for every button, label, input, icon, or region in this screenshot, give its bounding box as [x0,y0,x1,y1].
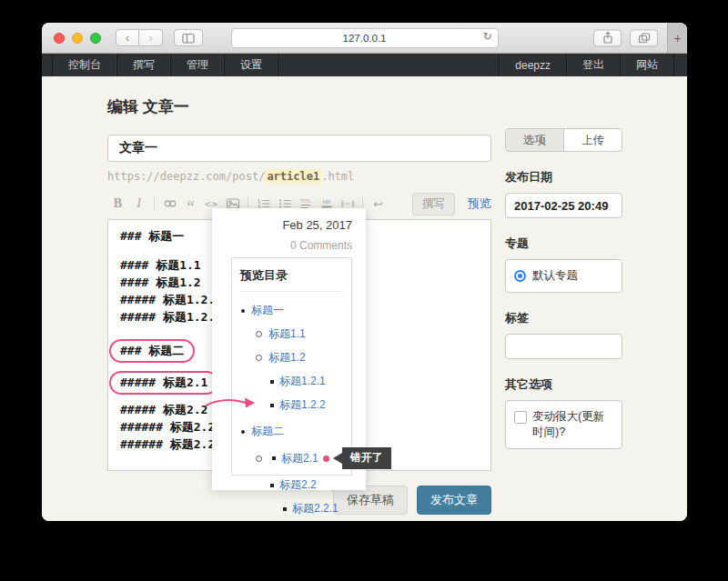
toc-item: 标题2.2.1 [240,501,351,516]
svg-text:TITL: TITL [300,198,310,204]
toc-item: 标题1.2 [240,350,351,366]
publish-button[interactable]: 发布文章 [417,486,491,515]
toc-link[interactable]: 标题1.2.2 [279,397,326,413]
toc-item: 标题二 [240,424,351,439]
sidebar-toggle-button[interactable] [174,29,203,46]
new-tab-button[interactable]: + [667,23,687,53]
toc-link[interactable]: 标题一 [251,303,284,318]
toc-item: 标题一 [240,303,351,318]
toc-item: 标题1.2.2 [240,397,351,413]
topic-option-row[interactable]: 默认专题 [514,268,613,284]
toc-item-misaligned: 标题2.1 错开了 [240,447,351,469]
circle-bullet-icon [256,331,262,337]
post-url-preview: https://deepzz.com/post/article1.html [107,170,491,183]
circle-bullet-icon [256,355,262,361]
forward-button[interactable]: › [139,29,163,46]
toolbar-divider [154,197,155,211]
square-bullet-icon [270,484,274,487]
write-mode-button[interactable]: 撰写 [412,193,455,215]
other-options-label: 其它选项 [505,376,622,393]
annotation-arrow [204,395,257,416]
annotation-tooltip: 错开了 [342,447,391,469]
checkbox-unchecked-icon[interactable] [514,411,527,424]
toc-link[interactable]: 标题二 [251,424,284,439]
toc-item: 标题1.1 [240,326,351,342]
history-buttons: ‹ › [116,29,163,46]
preview-date: Feb 25, 2017 [212,208,366,232]
tabs-icon [637,31,652,45]
topic-label: 专题 [505,235,622,252]
disc-bullet-icon [241,430,245,434]
svg-text:HR: HR [322,199,330,205]
major-change-option-row[interactable]: 变动很大(更新时间)? [514,409,613,440]
preview-comments-count: 0 Comments [212,232,366,252]
major-change-label: 变动很大(更新时间)? [532,409,613,440]
toc-link[interactable]: 标题2.1 [281,451,318,466]
radio-selected-icon[interactable] [514,270,526,282]
annotation-dot [323,456,329,462]
address-bar[interactable]: 127.0.0.1 ↻ [231,28,499,48]
link-icon[interactable] [159,196,180,211]
minimize-button[interactable] [72,33,83,44]
toc-link[interactable]: 标题1.2 [268,350,306,366]
toc-link[interactable]: 标题2.2 [279,477,317,493]
preview-toc-box: 预览目录 标题一 标题1.1 标题1.2 标题1.2.1 标题1.2.2 标题二… [231,257,352,476]
browser-window: ‹ › 127.0.0.1 ↻ + 控制台 撰写 管理 设置 deepzz 登出 [42,23,687,521]
toc-item: 标题2.2 [240,477,351,493]
bold-icon[interactable]: B [107,196,128,211]
nav-item-site[interactable]: 网站 [620,54,674,76]
publish-date-label: 发布日期 [505,169,622,185]
url-suffix: .html [321,170,354,183]
toc-link[interactable]: 标题2.2.1 [292,501,339,516]
page-title: 编辑 文章一 [107,96,491,117]
toc-link[interactable]: 标题1.2.1 [279,374,326,389]
tags-label: 标签 [505,310,622,326]
italic-icon[interactable]: I [128,196,149,211]
back-button[interactable]: ‹ [116,29,139,46]
square-bullet-icon [270,380,274,384]
tab-upload[interactable]: 上传 [564,129,622,151]
toc-title: 预览目录 [240,267,343,292]
post-title-input[interactable] [107,135,491,162]
close-button[interactable] [54,33,65,44]
url-slug-highlight: article1 [265,169,321,184]
sidebar-toggle-icon [181,31,196,45]
share-icon [601,31,615,45]
url-text: 127.0.0.1 [343,33,387,44]
zoom-button[interactable] [90,33,101,44]
square-bullet-icon [270,404,274,407]
preview-overlay: Feb 25, 2017 0 Comments 预览目录 标题一 标题1.1 标… [212,208,366,490]
nav-item-write[interactable]: 撰写 [117,54,171,76]
blockquote-icon[interactable]: “ [180,195,201,212]
disc-bullet-icon [241,309,245,313]
preview-mode-link[interactable]: 预览 [468,195,491,212]
nav-item-settings[interactable]: 设置 [225,54,278,76]
page-content: 编辑 文章一 https://deepzz.com/post/article1.… [42,76,687,521]
options-sidebar: 选项 上传 发布日期 专题 默认专题 标签 其它选项 变动很大(更新时间)? [505,128,622,449]
nav-item-manage[interactable]: 管理 [171,54,225,76]
browser-titlebar: ‹ › 127.0.0.1 ↻ + [42,23,687,54]
share-button[interactable] [593,29,622,46]
toc-item: 标题1.2.1 [240,374,351,389]
other-options-box: 变动很大(更新时间)? [505,400,622,449]
nav-item-username[interactable]: deepzz [499,54,566,76]
traffic-lights [54,33,101,44]
reload-icon[interactable]: ↻ [482,30,491,43]
square-bullet-icon [283,507,287,511]
tab-overview-button[interactable] [630,29,658,46]
square-bullet-icon [272,456,276,460]
toc-link[interactable]: 标题1.1 [268,326,306,342]
nav-item-logout[interactable]: 登出 [566,54,620,76]
publish-date-input[interactable] [505,193,622,218]
tags-input[interactable] [505,334,622,359]
app-navbar: 控制台 撰写 管理 设置 deepzz 登出 网站 [42,54,687,76]
undo-icon[interactable]: ↩ [368,197,389,211]
navbar-right: deepzz 登出 网站 [499,54,674,76]
tab-options[interactable]: 选项 [506,129,564,151]
sidebar-tabs: 选项 上传 [505,128,622,152]
annotation-circle: ### 标题二 [109,339,195,363]
nav-item-console[interactable]: 控制台 [52,54,117,76]
annotation-circle: ##### 标题2.1 [109,371,218,395]
titlebar-right-buttons [593,29,658,46]
circle-bullet-icon [256,456,262,462]
